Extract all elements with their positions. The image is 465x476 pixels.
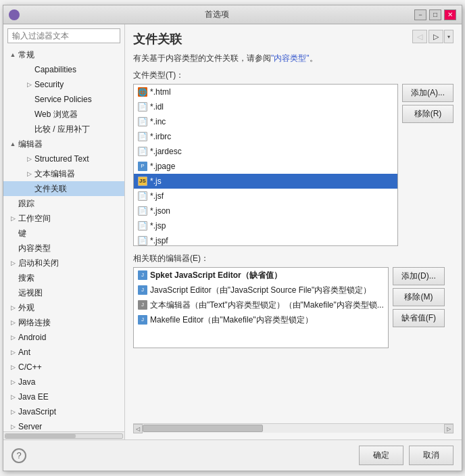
description-end: 。 <box>310 53 318 63</box>
tree-item-workspace[interactable]: ▷工作空间 <box>3 211 124 226</box>
tree-arrow: ▷ <box>9 319 16 326</box>
editor-item[interactable]: JJavaScript Editor（由"JavaScript Source F… <box>134 283 388 298</box>
file-type-icon: 📄 <box>138 117 147 126</box>
left-panel: ▲常规Capabilities▷SecurityService Policies… <box>3 24 125 439</box>
file-type-item[interactable]: JS*.js <box>134 174 397 189</box>
right-panel: 文件关联 ◁ ▷ ▾ 有关基于内容类型的文件关联，请参阅"内容类型"。 文件类型… <box>125 24 462 439</box>
tree-arrow-placeholder <box>9 245 16 252</box>
tree-item-label: Server <box>18 421 42 431</box>
tree-arrow: ▷ <box>9 260 16 266</box>
tree-item-compare[interactable]: 比较 / 应用补丁 <box>3 122 124 137</box>
add-file-type-button[interactable]: 添加(A)... <box>402 84 454 102</box>
hscroll-left-btn[interactable]: ◁ <box>133 424 143 433</box>
main-content: ▲常规Capabilities▷SecurityService Policies… <box>3 24 462 439</box>
tree-arrow: ▷ <box>9 394 16 400</box>
default-editor-button[interactable]: 缺省值(F) <box>393 309 445 327</box>
hscroll-right-btn[interactable]: ▷ <box>444 424 454 433</box>
editor-icon: J <box>138 300 147 310</box>
tree-item-java[interactable]: ▷Java <box>3 375 124 389</box>
tree-arrow: ▷ <box>9 379 16 385</box>
editor-label: Spket JavaScript Editor（缺省值） <box>150 269 282 281</box>
editor-item[interactable]: JMakefile Editor（由"Makefile"内容类型锁定） <box>134 312 388 327</box>
remove-file-type-button[interactable]: 移除(R) <box>402 105 454 123</box>
file-type-item[interactable]: 📄*.jsp <box>134 218 397 233</box>
editors-list[interactable]: JSpket JavaScript Editor（缺省值）JJavaScript… <box>133 267 389 348</box>
tree-item-web-browser[interactable]: Web 浏览器 <box>3 107 124 122</box>
tree-item-startup[interactable]: ▷启动和关闭 <box>3 256 124 270</box>
tree-item-label: 内容类型 <box>18 242 51 254</box>
file-type-item[interactable]: 📄*.idl <box>134 99 397 114</box>
cancel-button[interactable]: 取消 <box>409 446 454 465</box>
file-type-buttons: 添加(A)... 移除(R) <box>402 84 454 246</box>
nav-dropdown-button[interactable]: ▾ <box>444 30 454 43</box>
tree-item-label: Service Policies <box>34 93 92 105</box>
add-editor-button[interactable]: 添加(D)... <box>393 267 445 285</box>
tree-item-tracks[interactable]: 跟踪 <box>3 196 124 211</box>
file-type-label: *.jspf <box>150 235 168 246</box>
file-types-area: 🌐*.html📄*.idl📄*.inc📄*.irbrc📄*.jardescP*.… <box>133 84 454 246</box>
tree-item-android[interactable]: ▷Android <box>3 330 124 345</box>
file-type-item[interactable]: 🌐*.html <box>134 85 397 99</box>
hscroll-inner[interactable] <box>143 424 444 433</box>
file-type-label: *.js <box>150 175 162 187</box>
tree-item-keys[interactable]: 键 <box>3 226 124 241</box>
tree-item-security[interactable]: ▷Security <box>3 77 124 92</box>
minimize-button[interactable]: － <box>414 9 426 20</box>
remove-editor-button[interactable]: 移除(M) <box>393 288 445 306</box>
file-type-item[interactable]: 📄*.json <box>134 204 397 218</box>
help-button[interactable]: ? <box>11 448 26 463</box>
tree-item-label: Capabilities <box>34 64 76 76</box>
file-type-icon: 📄 <box>138 132 147 141</box>
file-type-item[interactable]: 📄*.irbrc <box>134 129 397 144</box>
tree-item-general[interactable]: ▲常规 <box>3 47 124 62</box>
content-type-link[interactable]: "内容类型" <box>271 53 310 63</box>
tree-arrow-placeholder <box>9 275 16 281</box>
tree-item-label: 工作空间 <box>18 212 51 224</box>
editor-item[interactable]: JSpket JavaScript Editor（缺省值） <box>134 268 388 283</box>
forward-button[interactable]: ▷ <box>429 30 443 43</box>
tree-item-server[interactable]: ▷Server <box>3 419 124 431</box>
file-types-list[interactable]: 🌐*.html📄*.idl📄*.inc📄*.irbrc📄*.jardescP*.… <box>133 84 398 246</box>
file-type-item[interactable]: 📄*.jardesc <box>134 144 397 159</box>
tree-item-file-assoc[interactable]: 文件关联 <box>3 181 124 196</box>
tree-item-content-type[interactable]: 内容类型 <box>3 241 124 256</box>
bottom-bar: ? 确定 取消 <box>3 439 462 471</box>
tree-item-service-policies[interactable]: Service Policies <box>3 92 124 107</box>
file-type-icon: JS <box>138 176 147 186</box>
file-type-icon: 📄 <box>138 236 147 245</box>
tree-item-cpp[interactable]: ▷C/C++ <box>3 360 124 375</box>
tree-item-javascript[interactable]: ▷JavaScript <box>3 404 124 419</box>
tree-arrow: ▷ <box>9 423 16 430</box>
hscroll-track[interactable] <box>5 433 123 439</box>
tree-item-label: 远视图 <box>18 287 43 299</box>
section-title: 文件关联 <box>133 31 454 47</box>
file-type-label: *.jsf <box>150 190 164 202</box>
tree-item-capabilities[interactable]: Capabilities <box>3 62 124 77</box>
tree-item-remote[interactable]: 远视图 <box>3 285 124 300</box>
file-type-item[interactable]: P*.jpage <box>134 159 397 174</box>
filter-input[interactable] <box>7 28 120 43</box>
tree-item-ant[interactable]: ▷Ant <box>3 345 124 360</box>
close-button[interactable]: ✕ <box>444 9 456 20</box>
back-button[interactable]: ◁ <box>412 30 427 43</box>
tree-item-label: 比较 / 应用补丁 <box>34 123 90 135</box>
file-type-item[interactable]: 📄*.inc <box>134 114 397 129</box>
file-type-item[interactable]: 📄*.jsf <box>134 189 397 204</box>
editor-item[interactable]: J文本编辑器（由"Text"内容类型锁定）（由"Makefile"内容类型锁..… <box>134 298 388 312</box>
editor-label: Makefile Editor（由"Makefile"内容类型锁定） <box>150 314 313 326</box>
maximize-button[interactable]: □ <box>429 9 441 20</box>
tree-arrow: ▷ <box>9 408 16 415</box>
tree-item-network[interactable]: ▷网络连接 <box>3 315 124 330</box>
tree-arrow-placeholder <box>26 185 32 192</box>
tree-item-javaee[interactable]: ▷Java EE <box>3 389 124 404</box>
tree-item-editors[interactable]: ▲编辑器 <box>3 137 124 151</box>
tree-arrow: ▷ <box>9 334 16 341</box>
file-type-item[interactable]: 📄*.jspf <box>134 233 397 246</box>
tree-item-structured-text[interactable]: ▷Structured Text <box>3 151 124 166</box>
tree-item-text-editor[interactable]: ▷文本编辑器 <box>3 166 124 181</box>
tree-item-appearance[interactable]: ▷外观 <box>3 300 124 315</box>
tree-item-label: 网络连接 <box>18 316 51 329</box>
confirm-button[interactable]: 确定 <box>359 446 403 465</box>
tree-item-search[interactable]: 搜索 <box>3 270 124 285</box>
hscroll-thumb <box>5 434 76 438</box>
